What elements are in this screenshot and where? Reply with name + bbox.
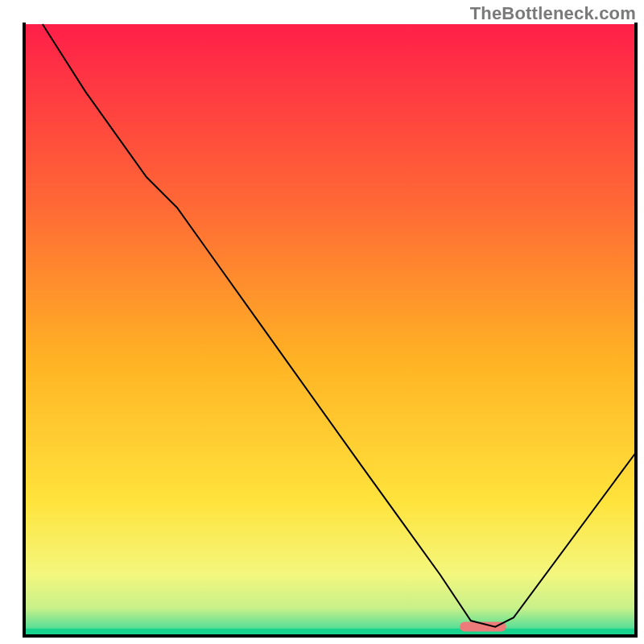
chart-container: TheBottleneck.com [0,0,644,644]
bottleneck-chart [0,0,644,644]
chart-background-gradient [24,24,636,636]
